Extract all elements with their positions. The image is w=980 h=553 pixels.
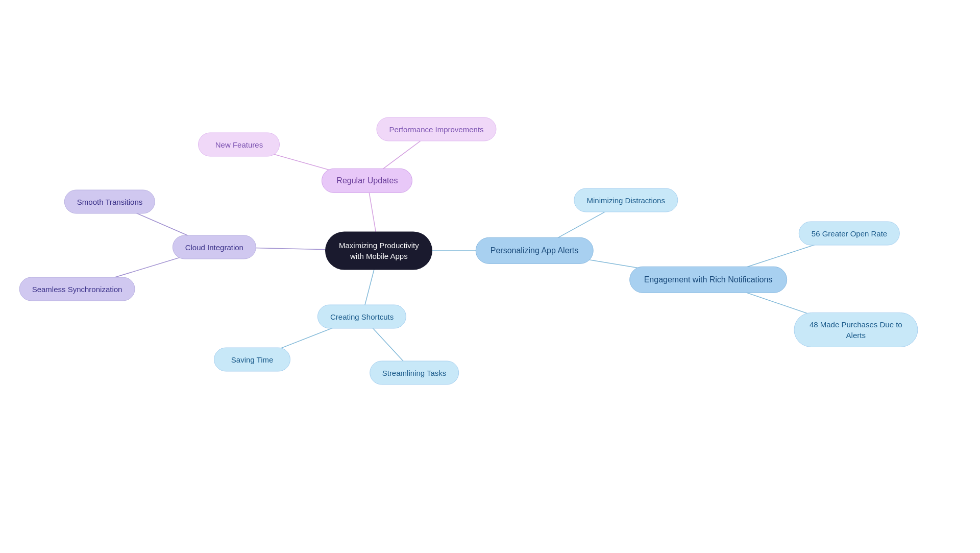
node-label-regularUpdates: Regular Updates	[336, 175, 398, 186]
node-minimizingDistractions: Minimizing Distractions	[574, 188, 678, 212]
node-madePurchases: 48 Made Purchases Due to Alerts	[794, 312, 918, 347]
node-streamliningTasks: Streamlining Tasks	[370, 361, 459, 385]
node-label-performanceImprovements: Performance Improvements	[389, 124, 483, 134]
node-label-greaterOpenRate: 56 Greater Open Rate	[812, 228, 887, 239]
node-label-creatingShortcuts: Creating Shortcuts	[330, 311, 394, 322]
node-personalizingAppAlerts: Personalizing App Alerts	[476, 237, 594, 264]
node-label-seamlessSynchronization: Seamless Synchronization	[32, 283, 122, 294]
node-greaterOpenRate: 56 Greater Open Rate	[799, 222, 900, 246]
node-smoothTransitions: Smooth Transitions	[64, 189, 155, 213]
connections-svg	[0, 0, 980, 553]
node-cloudIntegration: Cloud Integration	[173, 235, 256, 259]
node-label-madePurchases: 48 Made Purchases Due to Alerts	[806, 319, 905, 341]
node-label-minimizingDistractions: Minimizing Distractions	[587, 195, 665, 206]
node-label-cloudIntegration: Cloud Integration	[185, 242, 243, 252]
node-label-engagementRichNotifications: Engagement with Rich Notifications	[644, 274, 773, 285]
node-center: Maximizing Productivity with Mobile Apps	[325, 231, 432, 270]
node-label-personalizingAppAlerts: Personalizing App Alerts	[491, 245, 579, 256]
node-regularUpdates: Regular Updates	[322, 169, 412, 193]
node-seamlessSynchronization: Seamless Synchronization	[19, 277, 135, 301]
mind-map-container: Maximizing Productivity with Mobile Apps…	[0, 0, 980, 553]
node-label-savingTime: Saving Time	[231, 354, 274, 365]
node-performanceImprovements: Performance Improvements	[376, 117, 496, 141]
node-creatingShortcuts: Creating Shortcuts	[317, 304, 406, 328]
node-label-streamliningTasks: Streamlining Tasks	[382, 368, 447, 378]
node-label-smoothTransitions: Smooth Transitions	[77, 196, 142, 207]
node-savingTime: Saving Time	[214, 347, 290, 371]
node-newFeatures: New Features	[198, 132, 280, 156]
node-label-center: Maximizing Productivity with Mobile Apps	[335, 240, 422, 261]
node-engagementRichNotifications: Engagement with Rich Notifications	[629, 266, 788, 293]
node-label-newFeatures: New Features	[215, 139, 263, 150]
